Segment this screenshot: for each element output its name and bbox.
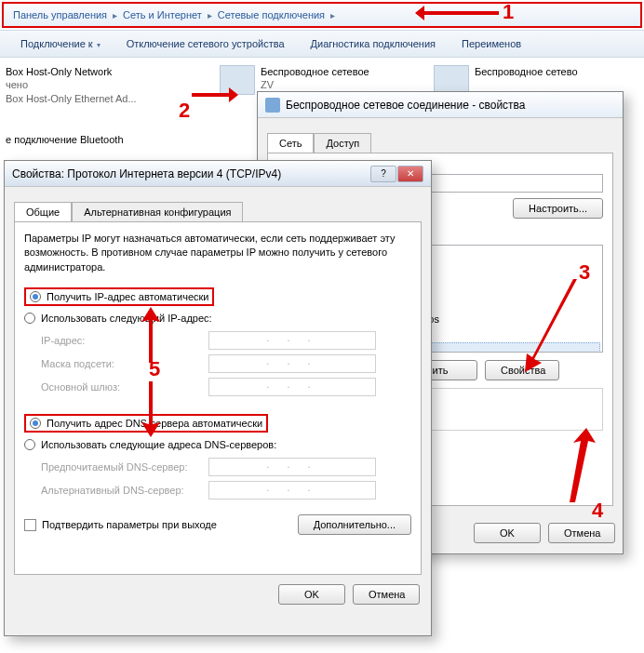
alternate-dns-field: . . . xyxy=(208,481,376,500)
window-titlebar[interactable]: Беспроводное сетевое соединение - свойст… xyxy=(258,92,623,118)
ip-address-label: IP-адрес: xyxy=(41,335,208,346)
checkbox-label: Подтвердить параметры при выходе xyxy=(42,519,217,530)
radio-label: Получить IP-адрес автоматически xyxy=(47,291,208,302)
window-title: Свойства: Протокол Интернета версии 4 (T… xyxy=(12,167,370,180)
radio-label: Получить адрес DNS-сервера автоматически xyxy=(47,418,262,429)
radio-label: Использовать следующий IP-адрес: xyxy=(41,313,212,324)
toolbar-rename[interactable]: Переименов xyxy=(449,34,534,53)
breadcrumb-control-panel[interactable]: Панель управления xyxy=(9,9,111,20)
ip-address-field: . . . xyxy=(208,331,376,350)
tab-network[interactable]: Сеть xyxy=(267,133,314,153)
radio-label: Использовать следующие адреса DNS-сервер… xyxy=(41,439,276,450)
radio-auto-ip[interactable] xyxy=(30,291,41,302)
ipv4-properties-window: Свойства: Протокол Интернета версии 4 (T… xyxy=(4,160,432,636)
preferred-dns-label: Предпочитаемый DNS-сервер: xyxy=(41,461,208,473)
preferred-dns-field: . . . xyxy=(208,458,376,476)
adapter-name: Беспроводное сетево xyxy=(475,65,578,78)
configure-button[interactable]: Настроить... xyxy=(513,198,603,219)
adapter-name: Box Host-Only Network xyxy=(6,65,137,78)
close-button[interactable]: ✕ xyxy=(397,166,423,182)
adapter-name: Беспроводное сетевое xyxy=(261,65,369,78)
ok-button[interactable]: OK xyxy=(278,584,345,605)
chevron-right-icon[interactable]: ▸ xyxy=(329,10,337,20)
tab-general[interactable]: Общие xyxy=(14,202,72,221)
radio-auto-dns[interactable] xyxy=(30,418,41,429)
network-icon xyxy=(220,65,255,95)
tab-bar: Сеть Доступ xyxy=(267,133,613,153)
radio-static-dns[interactable] xyxy=(24,439,35,450)
adapter-device: Box Host-Only Ethernet Ad... xyxy=(6,92,137,105)
chevron-right-icon[interactable]: ▸ xyxy=(206,10,214,20)
breadcrumb: Панель управления ▸ Сеть и Интернет ▸ Се… xyxy=(2,2,642,28)
adapter-status: чено xyxy=(6,78,137,91)
ok-button[interactable]: OK xyxy=(474,523,541,543)
tab-access[interactable]: Доступ xyxy=(314,133,371,153)
highlight-auto-ip: Получить IP-адрес автоматически xyxy=(24,287,214,306)
advanced-button[interactable]: Дополнительно... xyxy=(298,514,411,535)
gateway-label: Основной шлюз: xyxy=(41,381,208,393)
window-titlebar[interactable]: Свойства: Протокол Интернета версии 4 (T… xyxy=(5,161,431,187)
toolbar-diagnose[interactable]: Диагностика подключения xyxy=(298,34,449,53)
chevron-right-icon[interactable]: ▸ xyxy=(111,10,119,20)
intro-text: Параметры IP могут назначаться автоматич… xyxy=(24,232,411,274)
adapter-status: ZV xyxy=(261,78,369,91)
radio-static-ip[interactable] xyxy=(24,313,35,324)
tab-alternate[interactable]: Альтернативная конфигурация xyxy=(72,202,243,221)
subnet-mask-field: . . . xyxy=(208,354,376,373)
breadcrumb-network-internet[interactable]: Сеть и Интернет xyxy=(119,9,206,20)
window-title: Беспроводное сетевое соединение - свойст… xyxy=(286,99,615,112)
toolbar-disable-device[interactable]: Отключение сетевого устройства xyxy=(114,34,298,53)
properties-button[interactable]: Свойства xyxy=(485,360,559,380)
tab-bar: Общие Альтернативная конфигурация xyxy=(14,202,422,221)
help-button[interactable]: ? xyxy=(370,166,396,182)
toolbar-connect-to[interactable]: Подключение к xyxy=(7,34,114,53)
alternate-dns-label: Альтернативный DNS-сервер: xyxy=(41,485,208,496)
command-bar: Подключение к Отключение сетевого устрой… xyxy=(0,30,644,58)
cancel-button[interactable]: Отмена xyxy=(353,584,420,605)
gateway-field: . . . xyxy=(208,378,376,396)
highlight-auto-dns: Получить адрес DNS-сервера автоматически xyxy=(24,414,268,433)
adapter-item-hostonly[interactable]: Box Host-Only Network чено Box Host-Only… xyxy=(0,63,214,127)
confirm-on-exit-checkbox[interactable] xyxy=(24,519,36,531)
cancel-button[interactable]: Отмена xyxy=(548,523,615,543)
breadcrumb-network-connections[interactable]: Сетевые подключения xyxy=(214,9,329,20)
subnet-mask-label: Маска подсети: xyxy=(41,358,208,369)
window-icon xyxy=(265,98,280,113)
